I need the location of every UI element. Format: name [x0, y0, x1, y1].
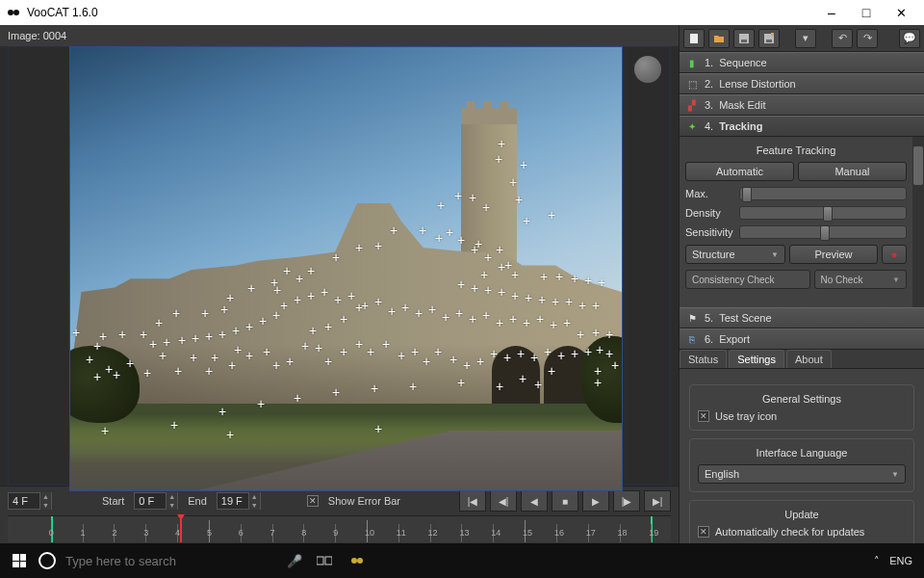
manual-button[interactable]: Manual — [798, 162, 907, 181]
end-frame-spinner[interactable]: 19 F ▲▼ — [217, 492, 261, 510]
tab-settings[interactable]: Settings — [729, 350, 784, 368]
open-button[interactable] — [708, 29, 730, 48]
start-frame-spinner[interactable]: 0 F ▲▼ — [134, 492, 178, 510]
density-slider[interactable] — [739, 206, 907, 220]
update-group: Update ✕ Automatically check for updates… — [689, 500, 914, 543]
auto-check-label: Automatically check for updates — [715, 526, 864, 538]
play-forward-button[interactable]: ▶ — [582, 490, 609, 512]
timeline-current-marker[interactable] — [180, 516, 182, 542]
taskbar: 🎤 ˄ ENG — [0, 543, 924, 578]
titlebar: VooCAT 1.6.0 – □ ✕ — [0, 0, 924, 25]
sensitivity-label: Sensitivity — [685, 226, 733, 238]
step-sequence[interactable]: ▮ 1. Sequence — [680, 52, 924, 73]
viewport[interactable]: ++++++++++++++++++++++++++++++++++++++++… — [0, 46, 679, 486]
help-button[interactable]: 💬 — [899, 29, 920, 48]
general-settings-group: General Settings ✕ Use tray icon — [689, 384, 914, 431]
cortana-icon — [38, 552, 56, 569]
consistency-label: Consistency Check — [685, 270, 810, 289]
stop-button[interactable]: ■ — [552, 490, 578, 512]
side-panel: ▾ ↶ ↷ 💬 ▮ 1. Sequence ⬚ 2. Lense Distort… — [679, 25, 924, 543]
automatic-button[interactable]: Automatic — [685, 162, 794, 181]
timeline-tick-label: 13 — [459, 528, 469, 538]
timeline[interactable]: 012345678910111213141516171819 — [8, 515, 671, 542]
max-slider[interactable] — [739, 187, 907, 200]
structure-combo[interactable]: Structure▼ — [685, 245, 785, 264]
tab-status[interactable]: Status — [680, 350, 727, 368]
viewport-pane: Image: 0004 ++++++++++++++++++++++++++++… — [0, 25, 679, 543]
timeline-tick-label: 19 — [649, 528, 658, 538]
scrollbar[interactable] — [912, 137, 924, 307]
save-button[interactable] — [733, 29, 755, 48]
density-label: Density — [685, 207, 733, 219]
step-export[interactable]: ⎘ 6. Export — [680, 328, 924, 350]
tab-about[interactable]: About — [786, 350, 832, 368]
dropdown-button[interactable]: ▾ — [795, 29, 816, 48]
timeline-tick-label: 1 — [81, 528, 86, 538]
timeline-tick-label: 0 — [49, 528, 54, 538]
timeline-tick-label: 15 — [523, 528, 532, 538]
step-test-scene[interactable]: ⚑ 5. Test Scene — [680, 307, 924, 328]
mic-icon[interactable]: 🎤 — [287, 554, 302, 568]
consistency-combo[interactable]: No Check▼ — [814, 270, 908, 289]
taskbar-search[interactable]: 🎤 — [38, 543, 308, 578]
language-group: Interface Language English▼ — [689, 438, 914, 492]
windows-logo-icon — [13, 554, 26, 567]
tray-expand-icon[interactable]: ˄ — [874, 555, 880, 567]
show-error-bar-checkbox[interactable]: ✕ — [307, 495, 319, 507]
redo-button[interactable]: ↷ — [857, 29, 878, 48]
svg-rect-8 — [317, 557, 323, 565]
step-back-button[interactable]: ◀| — [490, 490, 517, 512]
step-forward-button[interactable]: |▶ — [613, 490, 640, 512]
window-title: VooCAT 1.6.0 — [27, 6, 98, 19]
tray-language[interactable]: ENG — [889, 555, 912, 566]
svg-point-1 — [13, 10, 19, 15]
settings-panel: General Settings ✕ Use tray icon Interfa… — [680, 369, 924, 543]
current-frame-spinner[interactable]: 4 F ▲▼ — [8, 492, 52, 510]
tracking-panel: Feature Tracking Automatic Manual Max. D… — [680, 137, 924, 307]
save-as-button[interactable] — [758, 29, 780, 48]
taskbar-app-voocat[interactable] — [341, 543, 373, 578]
close-button[interactable]: ✕ — [884, 0, 918, 25]
play-back-button[interactable]: ◀ — [521, 490, 548, 512]
go-end-button[interactable]: ▶| — [644, 490, 671, 512]
timeline-tick-label: 5 — [207, 528, 212, 538]
svg-point-10 — [351, 558, 357, 564]
language-combo[interactable]: English▼ — [698, 464, 906, 484]
maximize-button[interactable]: □ — [849, 0, 884, 25]
task-view-button[interactable] — [308, 543, 341, 578]
preview-record-button[interactable]: ● — [882, 245, 907, 264]
step-lense-distortion[interactable]: ⬚ 2. Lense Distortion — [680, 73, 924, 94]
info-tabs: Status Settings About — [680, 350, 924, 369]
step-tracking[interactable]: ✦ 4. Tracking — [680, 116, 924, 137]
new-button[interactable] — [683, 29, 705, 48]
minimize-button[interactable]: – — [814, 0, 849, 25]
start-button[interactable] — [0, 543, 38, 578]
image-frame[interactable]: ++++++++++++++++++++++++++++++++++++++++… — [69, 46, 623, 491]
max-label: Max. — [685, 188, 733, 199]
svg-rect-2 — [690, 34, 698, 43]
feature-tracking-title: Feature Tracking — [685, 144, 907, 156]
timeline-tick-label: 3 — [143, 528, 148, 538]
timeline-tick-label: 4 — [175, 528, 180, 538]
sphere-gizmo[interactable] — [634, 56, 661, 83]
image-header: Image: 0004 — [0, 25, 679, 46]
image-label: Image: 0004 — [8, 30, 66, 41]
sensitivity-slider[interactable] — [739, 225, 907, 239]
test-scene-icon: ⚑ — [685, 311, 699, 325]
undo-button[interactable]: ↶ — [832, 29, 853, 48]
preview-button[interactable]: Preview — [789, 245, 878, 264]
timeline-tick-label: 12 — [428, 528, 438, 538]
auto-check-checkbox[interactable]: ✕ — [698, 526, 709, 538]
export-icon: ⎘ — [685, 332, 699, 346]
svg-point-0 — [8, 10, 13, 15]
svg-point-11 — [357, 558, 363, 564]
timeline-tick-label: 6 — [239, 528, 244, 538]
svg-rect-4 — [741, 39, 747, 42]
go-start-button[interactable]: |◀ — [459, 490, 486, 512]
use-tray-checkbox[interactable]: ✕ — [698, 410, 709, 422]
timeline-tick-label: 11 — [397, 528, 406, 538]
timeline-tick-label: 18 — [618, 528, 628, 538]
mask-icon: ▞ — [685, 98, 699, 112]
search-input[interactable] — [65, 554, 277, 568]
step-mask-edit[interactable]: ▞ 3. Mask Edit — [680, 94, 924, 116]
